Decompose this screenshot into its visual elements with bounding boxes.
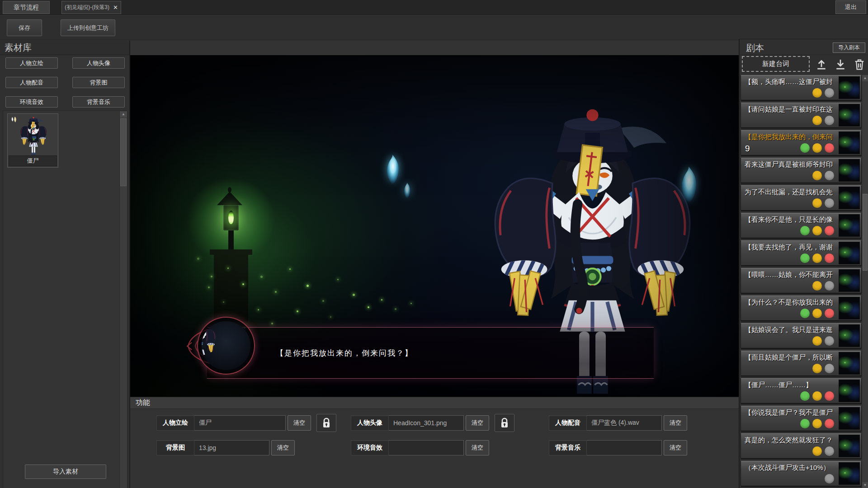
field-value[interactable]: [389, 440, 464, 455]
material-library-panel: 素材库 人物立绘 人物头像 人物配音 背景图 环境音效 背景音乐 僵尸 ▲ ▼ …: [0, 41, 130, 488]
status-dot-gray: [825, 116, 834, 125]
script-line-thumbnail[interactable]: [839, 214, 860, 237]
script-line-thumbnail[interactable]: [839, 159, 860, 182]
pedestal-top: [210, 249, 252, 255]
script-line-thumbnail[interactable]: [839, 242, 860, 264]
field-label: 人物立绘: [156, 415, 194, 431]
script-line-item[interactable]: 【是你把我放出来的，倒来问 9: [741, 130, 862, 155]
exit-button[interactable]: 退出: [835, 0, 866, 14]
status-dot-green: [800, 143, 810, 153]
library-scrollbar-thumb[interactable]: [120, 118, 127, 186]
script-line-item[interactable]: 【看来你不是他，只是长的像: [741, 213, 862, 238]
field-value[interactable]: 僵尸: [194, 415, 286, 431]
stage-preview[interactable]: 【是你把我放出来的，倒来问我？】: [130, 55, 739, 397]
library-scrollbar[interactable]: ▲ ▼: [119, 111, 127, 488]
script-line-thumbnail[interactable]: [839, 324, 860, 347]
ghost-wisp-icon: [676, 166, 701, 204]
script-line-item[interactable]: 【而且姑娘是个僵尸，所以断: [741, 351, 862, 376]
script-line-item[interactable]: 【额，头痛啊……这僵尸被封: [741, 75, 862, 100]
close-icon[interactable]: ✕: [113, 4, 118, 11]
import-script-button[interactable]: 导入剧本: [833, 42, 865, 53]
script-line-item[interactable]: 【姑娘误会了。我只是进来逛: [741, 323, 862, 348]
script-line-thumbnail[interactable]: [839, 462, 860, 485]
field-value[interactable]: 僵尸蓝色 (4).wav: [587, 415, 662, 431]
move-down-icon[interactable]: [834, 57, 848, 71]
category-ambient-sound[interactable]: 环境音效: [5, 96, 58, 108]
status-dot-gray: [825, 474, 834, 483]
lantern-flame: [228, 211, 234, 224]
script-line-status-dots: [800, 226, 834, 235]
status-dot-gray: [825, 281, 834, 291]
field-value[interactable]: [587, 440, 662, 455]
script-line-item[interactable]: （本次战斗僵尸攻击+10%）: [741, 461, 862, 486]
script-line-thumbnail[interactable]: [839, 297, 860, 319]
clear-button[interactable]: 清空: [466, 415, 489, 431]
upload-workshop-button[interactable]: 上传到创意工坊: [61, 19, 115, 36]
script-line-item[interactable]: 看来这僵尸真是被祖师爷封印: [741, 158, 862, 183]
scroll-up-icon[interactable]: ▲: [862, 75, 868, 81]
clear-button[interactable]: 清空: [288, 415, 311, 431]
field-value[interactable]: 13.jpg: [194, 440, 269, 455]
script-line-thumbnail[interactable]: [839, 407, 860, 430]
tab-paragraph-label: (初见端倪)-(段落3): [65, 4, 109, 11]
status-dot-red: [825, 253, 834, 263]
save-button[interactable]: 保存: [7, 19, 42, 36]
trash-icon[interactable]: [853, 57, 867, 71]
status-dot-yellow: [812, 281, 822, 291]
script-line-item[interactable]: 【僵尸……僵尸……】: [741, 378, 862, 404]
status-dot-yellow: [812, 391, 822, 401]
clear-button[interactable]: 清空: [664, 415, 687, 431]
asset-card-zombie[interactable]: 僵尸: [7, 113, 58, 168]
scroll-down-icon[interactable]: ▼: [862, 482, 868, 488]
script-line-item[interactable]: 真是的，怎么突然就发狂了？: [741, 433, 862, 459]
script-line-thumbnail[interactable]: [839, 131, 860, 154]
category-character-avatar[interactable]: 人物头像: [72, 57, 125, 69]
new-line-button[interactable]: 新建台词: [742, 56, 810, 72]
status-dot-gray: [825, 88, 834, 98]
status-dot-yellow: [812, 253, 822, 263]
script-line-item[interactable]: 【你说我是僵尸？我不是僵尸: [741, 406, 862, 431]
script-panel: 剧本 导入剧本 新建台词 【额，头痛啊……这僵尸被封 【请问姑娘是一直被封印在这…: [739, 39, 868, 488]
clear-button[interactable]: 清空: [466, 440, 489, 455]
status-dot-gray: [825, 336, 834, 346]
divider: [740, 55, 868, 55]
script-scrollbar-thumb[interactable]: [863, 194, 868, 271]
category-background-image[interactable]: 背景图: [72, 77, 125, 88]
scroll-up-icon[interactable]: ▲: [120, 111, 127, 117]
script-scrollbar[interactable]: ▲ ▼: [862, 75, 868, 488]
script-line-item[interactable]: 为了不出纰漏，还是找机会先: [741, 185, 862, 211]
status-dot-yellow: [812, 446, 822, 456]
field-character-avatar: 人物头像 HeadIcon_301.png 清空: [351, 415, 514, 431]
category-character-portrait[interactable]: 人物立绘: [5, 57, 58, 69]
field-label: 人物配音: [549, 415, 587, 431]
script-line-item[interactable]: 【喂喂……姑娘，你不能离开: [741, 268, 862, 293]
script-line-thumbnail[interactable]: [839, 352, 860, 375]
script-line-item[interactable]: 【我要去找他了，再见，谢谢: [741, 240, 862, 266]
script-line-item[interactable]: 【请问姑娘是一直被封印在这: [741, 103, 862, 128]
lock-icon[interactable]: [316, 414, 336, 432]
script-line-thumbnail[interactable]: [839, 76, 860, 99]
clear-button[interactable]: 清空: [271, 440, 295, 455]
main-toolbar: 保存 上传到创意工坊: [0, 15, 868, 40]
status-dot-green: [800, 419, 810, 428]
script-line-item[interactable]: 【为什么？不是你放我出来的: [741, 296, 862, 321]
category-background-music[interactable]: 背景音乐: [72, 96, 125, 108]
script-line-badge: 9: [745, 144, 750, 154]
import-material-button[interactable]: 导入素材: [25, 465, 106, 479]
tab-chapter-flow-label: 章节流程: [14, 4, 39, 12]
move-up-icon[interactable]: [815, 57, 829, 71]
lock-icon[interactable]: [495, 414, 514, 432]
tab-chapter-flow[interactable]: 章节流程: [3, 1, 50, 14]
tab-paragraph[interactable]: (初见端倪)-(段落3) ✕: [61, 1, 121, 14]
clear-button[interactable]: 清空: [664, 440, 687, 455]
script-line-thumbnail[interactable]: [839, 104, 860, 127]
status-dot-yellow: [812, 88, 822, 98]
script-line-thumbnail[interactable]: [839, 380, 860, 402]
script-line-thumbnail[interactable]: [839, 435, 860, 457]
script-line-thumbnail[interactable]: [839, 269, 860, 292]
dialogue-box[interactable]: 【是你把我放出来的，倒来问我？】: [207, 327, 654, 379]
category-character-voice[interactable]: 人物配音: [5, 77, 58, 88]
field-value[interactable]: HeadIcon_301.png: [389, 415, 464, 431]
script-line-status-dots: [800, 419, 834, 428]
script-line-thumbnail[interactable]: [839, 187, 860, 209]
